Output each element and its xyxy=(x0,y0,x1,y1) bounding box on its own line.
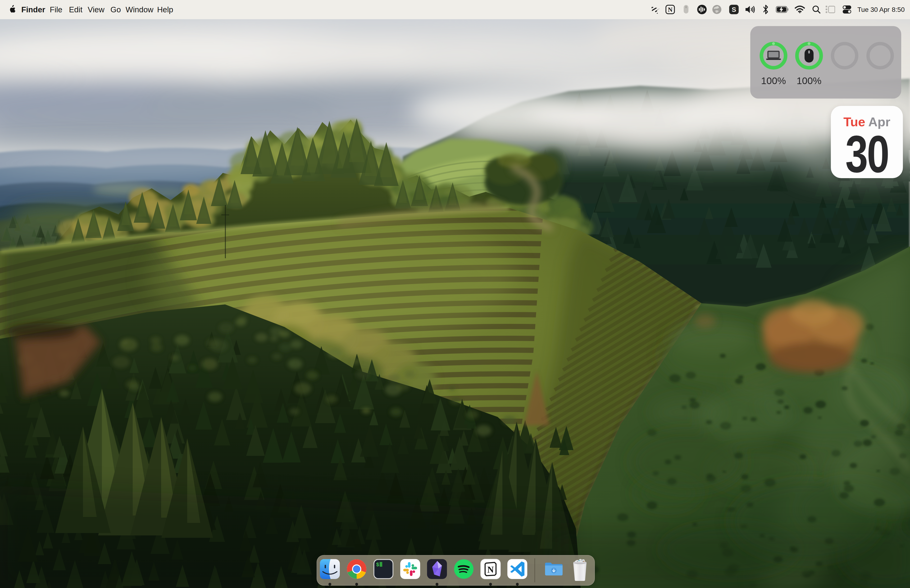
svg-text:N: N xyxy=(487,565,494,575)
svg-text:$: $ xyxy=(376,562,379,568)
svg-text:N: N xyxy=(668,6,672,13)
svg-text:S: S xyxy=(732,6,736,13)
